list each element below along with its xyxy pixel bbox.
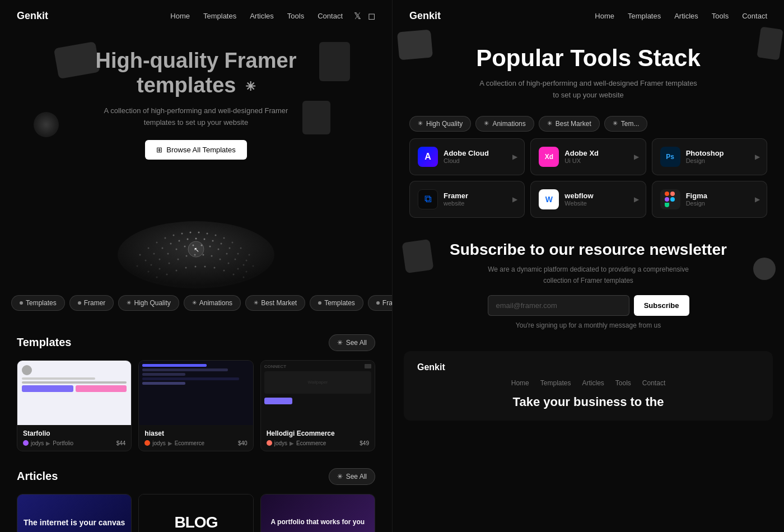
right-nav-templates[interactable]: Templates [628,12,661,20]
nav-articles[interactable]: Articles [250,12,274,20]
adobe-xd-icon: Xd [539,147,559,167]
webflow-icon: W [539,189,559,209]
tag-templates[interactable]: Templates [11,295,65,311]
framer-icon: ⧉ [418,189,438,209]
card-author-1: jodys ▶ Ecommerce [144,440,204,446]
instagram-icon[interactable]: ◻ [368,11,375,21]
svg-point-50 [220,258,221,260]
svg-point-24 [221,242,222,244]
tool-webflow[interactable]: W webflow Website ▶ [530,181,646,218]
twitter-icon[interactable]: 𝕏 [354,11,361,21]
subscribe-button[interactable]: Subscribe [634,295,689,316]
tag-framer[interactable]: Framer [69,295,114,311]
svg-point-30 [159,258,161,260]
tool-figma[interactable]: Figma Design ▶ [652,181,767,218]
svg-point-27 [246,259,248,261]
filter-tag-hq[interactable]: ✳ High Quality [409,116,471,132]
left-logo: Genkit [17,10,48,22]
svg-point-36 [209,245,211,247]
globe-svg: ↖ [106,165,286,288]
svg-point-1 [139,254,141,255]
nav-tools[interactable]: Tools [287,12,304,20]
filter-tag-best[interactable]: ✳ Best Market [539,116,600,132]
svg-point-22 [204,238,206,240]
nav-contact[interactable]: Contact [318,12,343,20]
tag-best-market[interactable]: ✳Best Market [245,295,305,311]
filter-tag-tem[interactable]: ✳ Tem... [604,116,648,132]
svg-point-43 [159,268,161,269]
right-nav-contact[interactable]: Contact [742,12,767,20]
footer-articles[interactable]: Articles [582,379,604,387]
svg-point-7 [190,231,192,233]
card-info-0: Starfolio jodys ▶ Portfolio $44 [17,425,131,451]
tag-framer-2[interactable]: Framer [368,295,392,311]
svg-point-45 [178,258,179,260]
svg-point-54 [156,276,158,278]
footer-contact[interactable]: Contact [642,379,665,387]
subscribe-note: You're signing up for a monthly message … [488,320,689,331]
tool-framer[interactable]: ⧉ Framer website ▶ [409,181,525,218]
left-nav-links: Home Templates Articles Tools Contact [170,12,343,20]
tools-section: A Adobe Cloud Cloud ▶ Xd Adobe Xd Ui UX … [393,138,784,229]
right-nav-articles[interactable]: Articles [674,12,698,20]
right-nav: Genkit Home Templates Articles Tools Con… [393,0,784,32]
svg-point-39 [235,258,236,260]
tag-animations[interactable]: ✳Animations [184,295,241,311]
footer-tools[interactable]: Tools [615,379,631,387]
svg-point-11 [223,237,225,239]
card-thumb-1 [139,361,253,425]
right-logo: Genkit [409,10,441,22]
svg-point-59 [204,265,206,267]
svg-point-57 [185,267,187,268]
nav-home[interactable]: Home [170,12,190,20]
tool-arrow-3: ▶ [512,195,517,203]
social-icons: 𝕏 ◻ [354,11,375,21]
right-footer: Genkit Home Templates Articles Tools Con… [404,351,773,421]
svg-point-4 [165,237,166,239]
photoshop-icon: Ps [660,147,680,167]
svg-point-19 [179,240,180,241]
svg-point-46 [186,255,188,256]
browse-label: Browse All Templates [166,146,235,154]
nav-templates[interactable]: Templates [203,12,236,20]
tag-high-quality[interactable]: ✳High Quality [118,295,179,311]
svg-point-17 [162,247,164,249]
subscribe-title: Subscribe to our resource newsletter [409,240,767,259]
footer-templates[interactable]: Templates [540,379,571,387]
article-thumb-0: The internet is your canvas [17,494,131,532]
svg-point-12 [232,241,234,243]
filter-tag-anim[interactable]: ✳ Animations [475,116,534,132]
svg-point-15 [145,259,147,261]
articles-title: Articles [17,470,58,483]
tool-arrow-4: ▶ [634,195,639,203]
card-thumb-2: CONNECT Wallpaper [261,361,375,425]
tag-templates-2[interactable]: Templates [310,295,363,311]
tool-text-adobe-cloud: Adobe Cloud Cloud [444,149,489,164]
svg-point-25 [229,247,231,249]
right-nav-links: Home Templates Articles Tools Contact [595,12,767,20]
right-nav-tools[interactable]: Tools [712,12,729,20]
left-nav: Genkit Home Templates Articles Tools Con… [0,0,392,32]
svg-point-44 [169,262,170,264]
tool-photoshop[interactable]: Ps Photoshop Design ▶ [652,138,767,175]
article-card-1: BLOG Figma To Framer Feb 15, 2024 [138,494,253,532]
articles-see-all[interactable]: ✳ See All [329,468,375,485]
adobe-cloud-icon: A [418,147,438,167]
svg-point-40 [243,264,245,265]
card-author-2: jodys ▶ Ecommerce [267,440,326,446]
svg-point-58 [195,265,197,267]
right-nav-home[interactable]: Home [595,12,614,20]
footer-home[interactable]: Home [511,379,529,387]
browse-button[interactable]: ⊞ Browse All Templates [145,140,246,160]
templates-see-all[interactable]: ✳ See All [329,334,375,351]
article-card-2: A portfolio that works for you Automatic… [260,494,375,532]
svg-point-16 [153,253,155,254]
svg-point-14 [249,254,250,255]
svg-point-33 [184,245,186,247]
tool-text-adobe-xd: Adobe Xd Ui UX [564,149,599,164]
tool-adobe-xd[interactable]: Xd Adobe Xd Ui UX ▶ [530,138,646,175]
card-meta-0: jodys ▶ Portfolio $44 [23,440,125,446]
email-input[interactable] [488,295,629,316]
tool-adobe-cloud[interactable]: A Adobe Cloud Cloud ▶ [409,138,525,175]
globe-container: ↖ [0,165,392,288]
